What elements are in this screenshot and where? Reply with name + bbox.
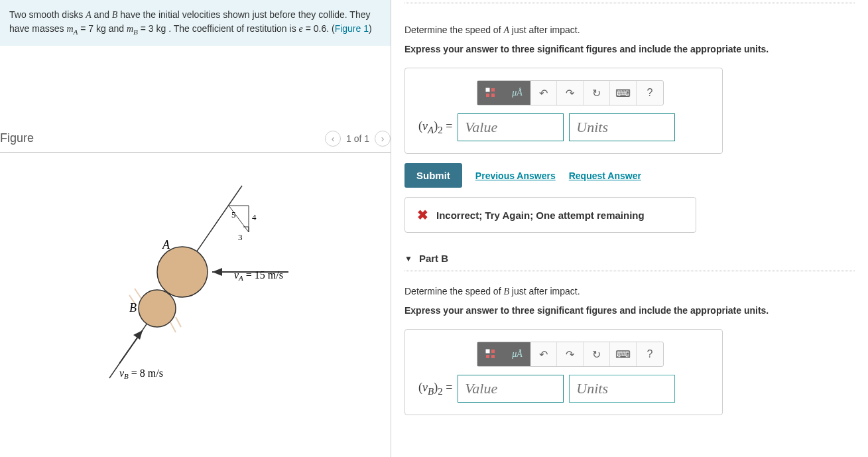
reset-icon[interactable]: ↻ bbox=[584, 342, 610, 366]
text: = 3 kg . The coefficient of restitution … bbox=[138, 23, 299, 34]
answer-label: (vB)2 = bbox=[418, 381, 452, 397]
feedback-box: ✖ Incorrect; Try Again; One attempt rema… bbox=[404, 197, 696, 233]
part-a-instruction: Express your answer to three significant… bbox=[404, 44, 855, 54]
redo-icon[interactable]: ↷ bbox=[557, 342, 584, 366]
feedback-text: Incorrect; Try Again; One attempt remain… bbox=[436, 210, 645, 221]
label-A: A bbox=[162, 238, 170, 251]
svg-line-9 bbox=[176, 317, 181, 327]
svg-marker-6 bbox=[133, 330, 143, 340]
text: = 7 kg and bbox=[78, 23, 127, 34]
svg-rect-16 bbox=[491, 350, 495, 353]
request-answer-link[interactable]: Request Answer bbox=[569, 170, 641, 181]
answer-toolbar: μÅ ↶ ↷ ↻ ⌨ ? bbox=[477, 342, 664, 367]
units-icon[interactable]: μÅ bbox=[504, 81, 530, 105]
tri-4: 4 bbox=[252, 212, 257, 222]
problem-statement: Two smooth disks A and B have the initia… bbox=[0, 0, 391, 46]
text: Two smooth disks bbox=[9, 9, 86, 20]
tri-5: 5 bbox=[231, 210, 236, 220]
svg-rect-11 bbox=[486, 88, 489, 92]
keyboard-icon[interactable]: ⌨ bbox=[610, 81, 637, 105]
var-m: m bbox=[127, 24, 133, 34]
keyboard-icon[interactable]: ⌨ bbox=[610, 342, 637, 366]
part-a-question: Determine the speed of A just after impa… bbox=[404, 23, 855, 37]
svg-line-8 bbox=[135, 289, 141, 298]
label-vB: vB = 8 m/s bbox=[119, 367, 163, 380]
value-input[interactable] bbox=[458, 113, 564, 141]
svg-point-1 bbox=[157, 247, 208, 297]
help-icon[interactable]: ? bbox=[637, 342, 663, 366]
svg-marker-4 bbox=[212, 268, 222, 276]
submit-button[interactable]: Submit bbox=[404, 163, 462, 188]
figure-image: A B vA = 15 m/s vB = 8 m/s 5 4 3 bbox=[0, 153, 391, 398]
figure-next-button[interactable]: › bbox=[375, 131, 391, 147]
reset-icon[interactable]: ↻ bbox=[584, 81, 610, 105]
part-b-header[interactable]: ▼ Part B bbox=[404, 253, 855, 264]
text: ) bbox=[369, 23, 372, 34]
var-m: m bbox=[66, 24, 73, 34]
part-b-instruction: Express your answer to three significant… bbox=[404, 305, 855, 316]
label-B: B bbox=[129, 301, 137, 314]
figure-link[interactable]: Figure 1 bbox=[335, 23, 369, 34]
svg-rect-13 bbox=[486, 94, 489, 97]
svg-rect-18 bbox=[491, 355, 495, 358]
svg-point-2 bbox=[139, 290, 176, 327]
units-icon[interactable]: μÅ bbox=[504, 342, 530, 366]
template-icon[interactable] bbox=[477, 81, 504, 105]
figure-counter: 1 of 1 bbox=[346, 133, 369, 144]
label-vA: vA = 15 m/s bbox=[234, 269, 283, 282]
answer-toolbar: μÅ ↶ ↷ ↻ ⌨ ? bbox=[477, 80, 664, 105]
redo-icon[interactable]: ↷ bbox=[557, 81, 584, 105]
part-b-question: Determine the speed of B just after impa… bbox=[404, 285, 855, 298]
undo-icon[interactable]: ↶ bbox=[530, 81, 557, 105]
part-b-answer-box: μÅ ↶ ↷ ↻ ⌨ ? (vB)2 = bbox=[404, 329, 723, 415]
units-input[interactable] bbox=[569, 113, 675, 141]
svg-rect-14 bbox=[491, 94, 495, 97]
previous-answers-link[interactable]: Previous Answers bbox=[475, 170, 556, 181]
undo-icon[interactable]: ↶ bbox=[530, 342, 557, 366]
tri-3: 3 bbox=[238, 232, 243, 242]
svg-rect-17 bbox=[486, 355, 489, 358]
figure-title: Figure bbox=[0, 131, 34, 145]
help-icon[interactable]: ? bbox=[637, 81, 663, 105]
figure-prev-button[interactable]: ‹ bbox=[325, 131, 341, 147]
var-A: A bbox=[86, 10, 92, 20]
value-input[interactable] bbox=[458, 375, 564, 403]
incorrect-icon: ✖ bbox=[417, 207, 428, 223]
part-b-title: Part B bbox=[419, 253, 448, 264]
text: and bbox=[92, 9, 112, 20]
svg-line-10 bbox=[170, 322, 176, 332]
part-a-answer-box: μÅ ↶ ↷ ↻ ⌨ ? (vA)2 = bbox=[404, 68, 723, 154]
sub-B: B bbox=[133, 28, 138, 36]
answer-label: (vA)2 = bbox=[418, 119, 452, 136]
text: = 0.6. ( bbox=[303, 23, 335, 34]
svg-rect-15 bbox=[486, 350, 489, 353]
template-icon[interactable] bbox=[477, 342, 504, 366]
units-input[interactable] bbox=[569, 375, 675, 403]
caret-down-icon: ▼ bbox=[404, 254, 412, 263]
svg-rect-12 bbox=[491, 88, 495, 92]
